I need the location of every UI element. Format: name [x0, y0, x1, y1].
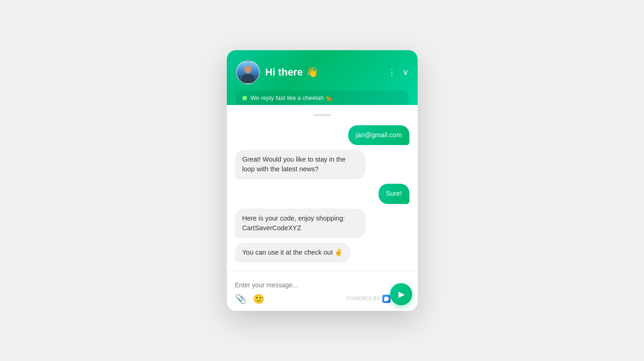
- message-text-3: Sure!: [386, 190, 402, 197]
- avatar: [236, 60, 260, 84]
- avatar-body: [242, 74, 254, 83]
- header-left: Hi there 👋: [236, 60, 318, 84]
- status-dot: [242, 96, 247, 100]
- message-row-5: You can use it at the check out ✌️: [235, 243, 409, 262]
- header-top: Hi there 👋 ⋮ ∨: [236, 60, 408, 91]
- avatar-person: [241, 66, 255, 83]
- message-row-2: Great! Would you like to stay in the loo…: [235, 150, 409, 179]
- chat-widget: Hi there 👋 ⋮ ∨ We reply fast like a chee…: [227, 50, 418, 310]
- chat-body: jan@gmail.com Great! Would you like to s…: [227, 105, 418, 267]
- avatar-head: [244, 66, 252, 73]
- message-bubble-outgoing-1: jan@gmail.com: [348, 125, 409, 145]
- chat-footer: 📎 🙂 POWERED BY TIDIO ▶: [235, 293, 409, 304]
- message-row-1: jan@gmail.com: [235, 125, 409, 145]
- message-bubble-incoming-4: Here is your code, enjoy shopping: CartS…: [235, 209, 366, 238]
- message-text-2: Great! Would you like to stay in the loo…: [242, 156, 346, 173]
- message-text-5: You can use it at the check out ✌️: [242, 249, 343, 256]
- powered-by-label: POWERED BY: [347, 296, 380, 301]
- footer-icons: 📎 🙂: [235, 293, 264, 304]
- header-status-bar: We reply fast like a cheetah 🐆: [236, 91, 408, 105]
- emoji-icon[interactable]: 🙂: [253, 293, 264, 304]
- message-text-4: Here is your code, enjoy shopping: CartS…: [242, 215, 345, 232]
- message-bubble-incoming-2: Great! Would you like to stay in the loo…: [235, 150, 366, 179]
- message-input[interactable]: [235, 279, 409, 293]
- chat-header: Hi there 👋 ⋮ ∨ We reply fast like a chee…: [227, 50, 418, 105]
- pull-indicator: [313, 114, 331, 116]
- message-bubble-outgoing-3: Sure!: [379, 184, 409, 204]
- send-arrow-icon: ▶: [398, 289, 405, 299]
- more-icon[interactable]: ⋮: [388, 67, 396, 77]
- send-button[interactable]: ▶: [390, 283, 412, 305]
- message-bubble-incoming-5: You can use it at the check out ✌️: [235, 243, 351, 262]
- status-text: We reply fast like a cheetah 🐆: [251, 94, 333, 101]
- message-row-3: Sure!: [235, 184, 409, 204]
- attach-icon[interactable]: 📎: [235, 293, 247, 304]
- chat-divider: [227, 271, 418, 271]
- header-title: Hi there 👋: [265, 66, 318, 78]
- header-icons: ⋮ ∨: [388, 67, 408, 77]
- tidio-icon: [382, 295, 391, 303]
- chat-input-area: 📎 🙂 POWERED BY TIDIO ▶: [227, 275, 418, 311]
- message-text-1: jan@gmail.com: [356, 131, 402, 139]
- message-row-4: Here is your code, enjoy shopping: CartS…: [235, 209, 409, 238]
- collapse-icon[interactable]: ∨: [402, 67, 408, 77]
